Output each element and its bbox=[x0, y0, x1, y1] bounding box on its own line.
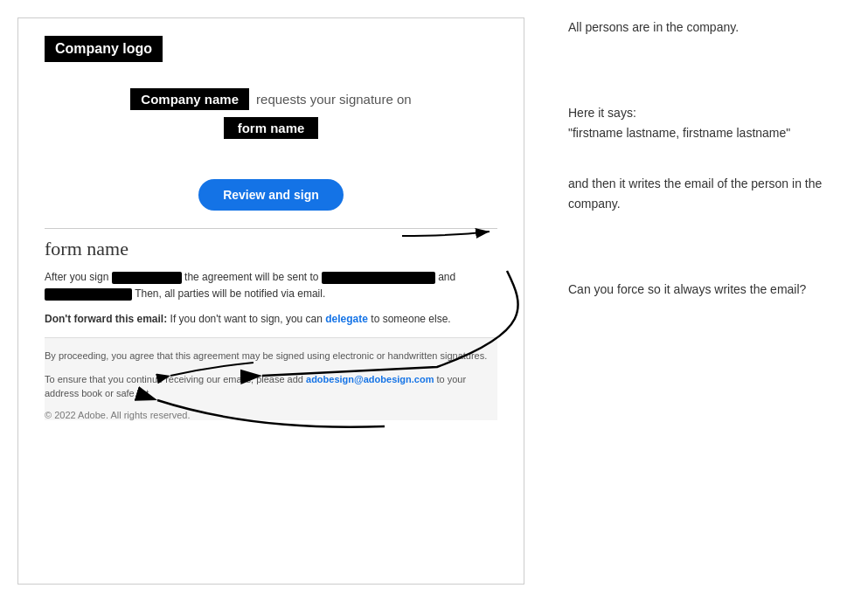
after-sign-mid: the agreement will be sent to bbox=[184, 271, 318, 283]
requests-text: requests your signature on bbox=[256, 92, 412, 107]
company-name-block: Company name bbox=[130, 88, 249, 110]
here-label: Here it says: bbox=[568, 106, 636, 120]
dont-forward-bold: Don't forward this email: bbox=[45, 313, 167, 325]
after-sign-end: and bbox=[438, 271, 455, 283]
top-note: All persons are in the company. bbox=[568, 17, 851, 37]
review-and-sign-button[interactable]: Review and sign bbox=[198, 179, 344, 211]
can-you-force-text: Can you force so it always writes the em… bbox=[568, 282, 806, 296]
footer-address-text: To ensure that you continue receiving ou… bbox=[45, 372, 497, 401]
footer-email-link[interactable]: adobesign@adobesign.com bbox=[306, 374, 434, 384]
and-then-text: and then it writes the email of the pers… bbox=[568, 176, 822, 210]
dont-forward-end: to someone else. bbox=[371, 313, 450, 325]
footer-agreement-text: By proceeding, you agree that this agree… bbox=[45, 349, 497, 363]
dont-forward-text: If you don't want to sign, you can bbox=[170, 313, 326, 325]
then-writes-block: and then it writes the email of the pers… bbox=[568, 174, 851, 213]
footer-section: By proceeding, you agree that this agree… bbox=[45, 337, 497, 420]
email-preview: Company logo Company name requests your … bbox=[17, 17, 524, 585]
top-note-text: All persons are in the company. bbox=[568, 20, 739, 34]
redacted-name-1 bbox=[112, 272, 182, 284]
copyright-text: © 2022 Adobe. All rights reserved. bbox=[45, 410, 497, 420]
dont-forward-section: Don't forward this email: If you don't w… bbox=[45, 313, 497, 325]
form-name-block: form name bbox=[224, 117, 319, 139]
after-sign-intro: After you sign bbox=[45, 271, 108, 283]
then-parties: Then, all parties will be notified via e… bbox=[135, 287, 325, 300]
right-annotations: All persons are in the company. Here it … bbox=[542, 0, 868, 602]
after-sign-section: After you sign the agreement will be sen… bbox=[45, 269, 497, 302]
redacted-name-3 bbox=[45, 288, 132, 301]
form-name-lower: form name bbox=[45, 238, 497, 260]
delegate-link[interactable]: delegate bbox=[325, 313, 368, 325]
here-it-says-block: Here it says: "firstname lastname, first… bbox=[568, 103, 851, 142]
company-logo: Company logo bbox=[45, 36, 163, 62]
footer-address-intro: To ensure that you continue receiving ou… bbox=[45, 374, 306, 384]
redacted-name-2 bbox=[322, 272, 435, 284]
can-you-force-block: Can you force so it always writes the em… bbox=[568, 280, 851, 299]
here-value: "firstname lastname, firstname lastname" bbox=[568, 126, 790, 140]
divider bbox=[45, 228, 497, 229]
